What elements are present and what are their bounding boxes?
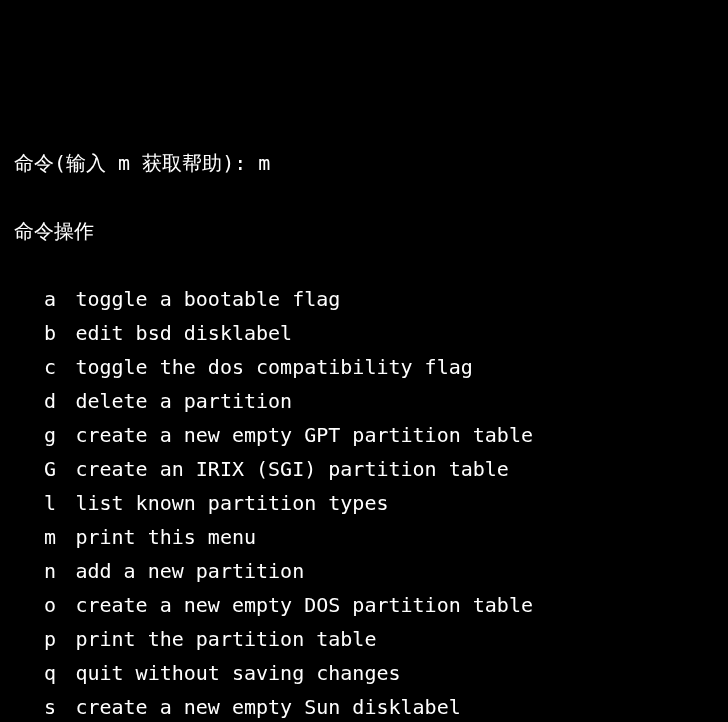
section-header-commands: 命令操作 — [14, 214, 714, 248]
command-gap — [56, 588, 75, 622]
command-description: create a new empty Sun disklabel — [75, 695, 460, 719]
command-description: delete a partition — [75, 389, 292, 413]
command-gap — [56, 690, 75, 722]
command-key: b — [14, 316, 56, 350]
command-gap — [56, 622, 75, 656]
command-row: b edit bsd disklabel — [14, 316, 714, 350]
command-gap — [56, 520, 75, 554]
command-description: create a new empty DOS partition table — [75, 593, 533, 617]
command-key: l — [14, 486, 56, 520]
command-description: toggle a bootable flag — [75, 287, 340, 311]
command-row: c toggle the dos compatibility flag — [14, 350, 714, 384]
command-row: g create a new empty GPT partition table — [14, 418, 714, 452]
command-gap — [56, 486, 75, 520]
command-prompt-line[interactable]: 命令(输入 m 获取帮助): m — [14, 146, 714, 180]
command-description: add a new partition — [75, 559, 304, 583]
command-gap — [56, 656, 75, 690]
command-gap — [56, 282, 75, 316]
command-key: n — [14, 554, 56, 588]
command-prompt-input[interactable]: m — [258, 151, 270, 175]
command-key: q — [14, 656, 56, 690]
command-gap — [56, 316, 75, 350]
command-list: a toggle a bootable flagb edit bsd diskl… — [14, 282, 714, 722]
command-row: p print the partition table — [14, 622, 714, 656]
command-row: q quit without saving changes — [14, 656, 714, 690]
command-row: l list known partition types — [14, 486, 714, 520]
command-gap — [56, 384, 75, 418]
command-row: m print this menu — [14, 520, 714, 554]
command-gap — [56, 554, 75, 588]
command-row: o create a new empty DOS partition table — [14, 588, 714, 622]
command-key: c — [14, 350, 56, 384]
command-row: s create a new empty Sun disklabel — [14, 690, 714, 722]
command-row: n add a new partition — [14, 554, 714, 588]
command-description: print this menu — [75, 525, 256, 549]
command-key: s — [14, 690, 56, 722]
command-key: m — [14, 520, 56, 554]
command-gap — [56, 418, 75, 452]
command-key: g — [14, 418, 56, 452]
command-key: p — [14, 622, 56, 656]
command-key: a — [14, 282, 56, 316]
command-row: G create an IRIX (SGI) partition table — [14, 452, 714, 486]
command-row: a toggle a bootable flag — [14, 282, 714, 316]
command-description: create a new empty GPT partition table — [75, 423, 533, 447]
command-gap — [56, 350, 75, 384]
command-description: list known partition types — [75, 491, 388, 515]
command-description: quit without saving changes — [75, 661, 400, 685]
command-row: d delete a partition — [14, 384, 714, 418]
command-gap — [56, 452, 75, 486]
command-description: edit bsd disklabel — [75, 321, 292, 345]
command-key: d — [14, 384, 56, 418]
command-description: print the partition table — [75, 627, 376, 651]
command-key: o — [14, 588, 56, 622]
command-description: toggle the dos compatibility flag — [75, 355, 472, 379]
command-prompt-label: 命令(输入 m 获取帮助): — [14, 151, 258, 175]
command-key: G — [14, 452, 56, 486]
command-description: create an IRIX (SGI) partition table — [75, 457, 508, 481]
